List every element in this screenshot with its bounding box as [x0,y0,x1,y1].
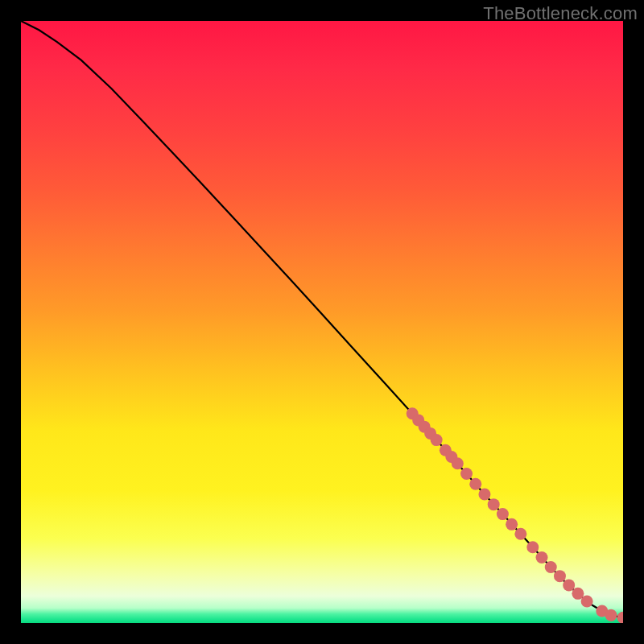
data-marker [452,457,464,469]
chart-svg [21,21,623,623]
data-marker [469,478,481,490]
data-marker [554,570,566,582]
data-marker [605,609,617,621]
chart-stage: TheBottleneck.com [0,0,644,644]
gradient-background [21,21,623,623]
data-marker [431,434,443,446]
data-marker [478,488,490,500]
data-marker [514,528,526,540]
data-marker [563,579,575,591]
data-marker [506,518,518,530]
plot-area [21,21,623,623]
data-marker [497,508,509,520]
data-marker [536,551,548,564]
data-marker [526,541,539,553]
data-marker [488,498,500,510]
data-marker [581,596,593,608]
data-marker [545,561,557,573]
data-marker [460,468,473,480]
